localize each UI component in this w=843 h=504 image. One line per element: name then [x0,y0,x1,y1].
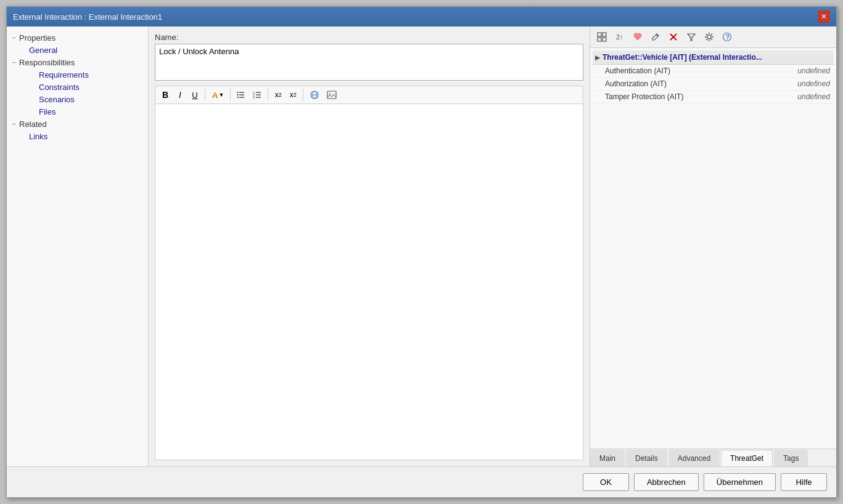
expander-requirements [29,70,39,79]
threat-tree-header[interactable]: ▶ ThreatGet::Vehicle [AIT] (External Int… [593,51,834,65]
svg-rect-20 [602,38,606,41]
sidebar-label-files: Files [39,107,56,116]
superscript-button[interactable]: x2 [271,88,285,102]
bold-button[interactable]: B [158,88,172,102]
svg-text:3.: 3. [253,96,255,99]
svg-point-26 [707,35,711,39]
expander-constraints [29,82,39,92]
svg-text:2↑: 2↑ [616,33,623,41]
expander-links [19,131,29,141]
svg-point-5 [237,97,239,98]
editor-toolbar: B I U A▼ 1.2.3. x2 x2 [155,86,583,104]
expander-files [29,107,39,116]
auth-label: Authentication (AIT) [605,67,797,75]
name-input[interactable]: Lock / Unlock Antenna [155,44,583,81]
threat-row-tamper: Tamper Protection (AIT) undefined [593,91,834,104]
tab-advanced[interactable]: Advanced [668,450,720,466]
sidebar-label-requirements: Requirements [39,70,89,79]
unordered-list-button[interactable] [234,88,249,102]
svg-line-31 [706,34,707,35]
delete-button[interactable] [665,29,681,45]
sidebar-item-properties[interactable]: − Properties [7,31,148,44]
name-section: Name: Lock / Unlock Antenna [155,33,583,81]
abbrechen-button[interactable]: Abbrechen [634,473,699,491]
dialog-footer: OK Abbrechen Übernehmen Hilfe [7,466,836,497]
grid-button[interactable] [594,29,610,45]
help-button[interactable]: ? [719,29,735,45]
subscript-button[interactable]: x2 [286,88,300,102]
svg-point-4 [237,94,239,96]
sidebar-label-general: General [29,46,57,55]
right-panel: 2↑ [590,26,836,466]
filter-button[interactable] [683,29,699,45]
tag-button[interactable] [630,29,646,45]
dialog-title: External Interaction : External Interact… [13,12,162,22]
separator-4 [303,89,303,101]
sort-button[interactable]: 2↑ [612,29,628,45]
tab-threatget[interactable]: ThreatGet [721,450,773,466]
underline-button[interactable]: U [188,88,202,102]
svg-line-33 [711,34,712,35]
tamper-label: Tamper Protection (AIT) [605,92,797,101]
sidebar-label-properties: Properties [19,33,56,43]
tab-tags[interactable]: Tags [774,450,808,466]
sidebar-item-responsibilities[interactable]: − Responsibilities [7,56,148,68]
tree-arrow: ▶ [595,54,600,61]
settings-button[interactable] [701,29,717,45]
threat-row-authz: Authorization (AIT) undefined [593,78,834,91]
sidebar-label-constraints: Constraints [39,83,80,92]
svg-point-3 [237,92,239,93]
web-button[interactable] [306,88,323,102]
svg-marker-25 [688,34,695,41]
svg-text:?: ? [726,33,730,41]
separator-1 [205,89,205,101]
image-button[interactable] [324,88,340,102]
ordered-list-button[interactable]: 1.2.3. [250,88,265,102]
threat-row-auth: Authentication (AIT) undefined [593,65,834,78]
sidebar-item-constraints[interactable]: Constraints [7,81,148,93]
tab-details[interactable]: Details [626,450,667,466]
sidebar-item-general[interactable]: General [7,44,148,56]
sidebar-item-requirements[interactable]: Requirements [7,68,148,81]
expander-responsibilities: − [9,57,19,67]
italic-button[interactable]: I [173,88,187,102]
authz-value: undefined [797,79,830,88]
svg-rect-17 [598,33,601,36]
auth-value: undefined [797,67,830,75]
sidebar-label-responsibilities: Responsibilities [19,58,75,67]
sidebar-label-links: Links [29,132,47,141]
svg-rect-18 [602,33,606,36]
color-button[interactable]: A▼ [208,88,227,102]
tab-main[interactable]: Main [590,450,625,466]
sidebar-item-scenarios[interactable]: Scenarios [7,93,148,105]
expander-scenarios [29,94,39,104]
sidebar-item-related[interactable]: − Related [7,118,148,130]
left-panel: − Properties General − Responsibilities … [7,26,149,466]
right-tabs: Main Details Advanced ThreatGet Tags [590,449,836,466]
name-label: Name: [155,33,583,42]
tamper-value: undefined [797,92,830,101]
ok-button[interactable]: OK [583,473,629,491]
sidebar-item-files[interactable]: Files [7,105,148,118]
expander-related: − [9,119,19,129]
editor-area[interactable] [155,104,583,460]
title-bar: External Interaction : External Interact… [7,7,836,26]
separator-2 [230,89,231,101]
authz-label: Authorization (AIT) [605,79,797,88]
sidebar-label-related: Related [19,120,47,129]
close-button[interactable]: ✕ [818,10,830,23]
svg-line-34 [706,39,707,40]
edit-button[interactable] [648,29,664,45]
hilfe-button[interactable]: Hilfe [781,473,827,491]
threat-tree-title: ThreatGet::Vehicle [AIT] (External Inter… [602,53,762,62]
svg-rect-15 [327,91,336,99]
expander-general [19,45,29,55]
dialog-body: − Properties General − Responsibilities … [7,26,836,466]
separator-3 [268,89,268,101]
svg-point-16 [329,93,331,95]
right-toolbar: 2↑ [590,26,836,48]
sidebar-item-links[interactable]: Links [7,130,148,142]
svg-line-32 [711,39,712,40]
ubernehmen-button[interactable]: Übernehmen [704,473,776,491]
main-panel: Name: Lock / Unlock Antenna B I U A▼ 1.2… [149,26,590,466]
